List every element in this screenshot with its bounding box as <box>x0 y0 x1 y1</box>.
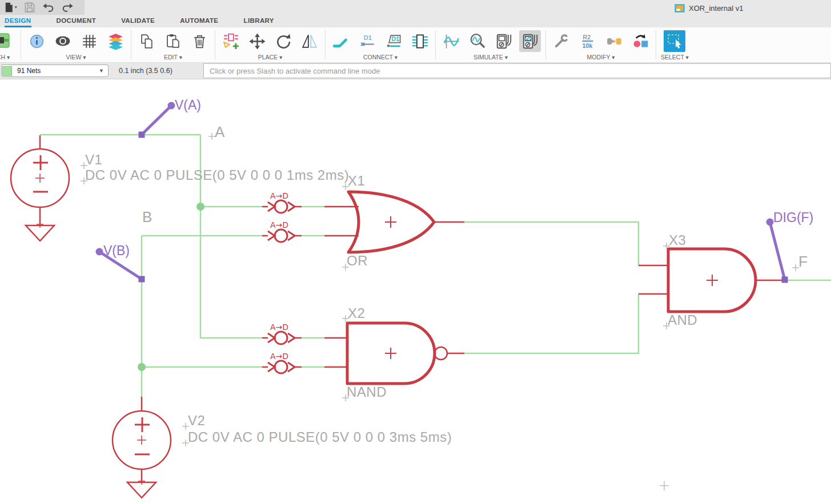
redo-button[interactable] <box>61 1 74 14</box>
part-ref-v2[interactable]: V2 <box>188 413 205 428</box>
tab-validate[interactable]: VALIDATE <box>121 17 155 27</box>
part-v1-source[interactable] <box>11 135 69 241</box>
wire-or-output[interactable] <box>464 222 639 265</box>
svg-text:10k: 10k <box>582 42 592 49</box>
nets-color-chip <box>2 66 12 76</box>
document-tab[interactable]: XOR_internal v1 <box>675 4 743 13</box>
signal-icon <box>443 33 460 50</box>
replace-button[interactable] <box>629 30 651 52</box>
gnd-symbol[interactable] <box>26 225 54 241</box>
part-ref-x1[interactable]: X1 <box>348 173 365 188</box>
signal-button[interactable] <box>440 30 462 52</box>
part-ref-v1[interactable]: V1 <box>85 152 102 167</box>
adc-converter-3[interactable]: A→D <box>262 322 302 344</box>
eye-icon <box>55 33 71 49</box>
command-line-input[interactable] <box>203 63 831 78</box>
grid-button[interactable] <box>78 30 100 52</box>
rotate-icon <box>275 33 291 49</box>
place-component-button[interactable] <box>220 30 242 52</box>
place-component-icon <box>223 33 239 50</box>
grid-readout: 0.1 inch (3.5 0.6) <box>119 63 172 79</box>
part-value-v2[interactable]: DC 0V AC 0 PULSE(0 5V 0 0 0 3ms 5ms) <box>188 429 452 445</box>
group-view-label[interactable]: VIEW ▾ <box>66 54 86 61</box>
layers-button[interactable] <box>105 30 126 52</box>
part-ref-x3[interactable]: X3 <box>669 232 686 248</box>
grid-icon <box>82 34 97 49</box>
schematic-canvas[interactable]: V1 DC 0V AC 0 PULSE(0 5V 0 0 0 1ms 2ms) … <box>0 79 831 504</box>
group-place-label[interactable]: PLACE ▾ <box>258 54 283 61</box>
gnd-symbol[interactable] <box>127 482 156 498</box>
group-simulate-label[interactable]: SIMULATE ▾ <box>473 54 508 61</box>
group-switch-label[interactable]: CH ▾ <box>0 54 10 61</box>
part-type-x1[interactable]: OR <box>347 253 368 268</box>
info-button[interactable] <box>26 30 47 52</box>
select-button[interactable] <box>664 30 685 52</box>
paste-button[interactable] <box>162 30 184 52</box>
probe-digf[interactable]: DIG(F) <box>766 210 814 283</box>
junction-dot[interactable] <box>196 203 204 211</box>
part-v2-source[interactable] <box>113 397 171 498</box>
part-x1-or-gate[interactable] <box>324 192 464 252</box>
group-switch: CH ▾ <box>0 27 21 62</box>
simulation-button[interactable] <box>519 30 541 52</box>
name-icon: D1 <box>386 33 402 50</box>
probe-button[interactable] <box>467 30 488 52</box>
layers-icon <box>107 33 124 50</box>
undo-button[interactable] <box>42 1 55 14</box>
file-new-button[interactable] <box>4 1 18 14</box>
net-button[interactable] <box>330 30 352 52</box>
net-label-b[interactable]: B <box>142 208 152 225</box>
group-modify-label[interactable]: MODIFY ▾ <box>587 54 615 61</box>
titlebar: XOR_internal v1 <box>0 0 831 17</box>
group-connect: D1 D1 CONNECT ▾ <box>326 27 435 62</box>
svg-text:V(A): V(A) <box>175 98 201 112</box>
adc-converter-1[interactable]: A→D <box>262 191 302 213</box>
part-x2-nand-gate[interactable] <box>324 323 464 384</box>
part-type-x2[interactable]: NAND <box>347 384 387 400</box>
group-connect-label[interactable]: CONNECT ▾ <box>363 54 398 61</box>
switch-button[interactable] <box>0 30 13 52</box>
connector-button[interactable] <box>603 30 625 52</box>
probe-vb[interactable]: V(B) <box>96 243 145 283</box>
probe-va[interactable]: V(A) <box>139 98 202 138</box>
tab-library[interactable]: LIBRARY <box>243 17 274 27</box>
adc-output-stubs[interactable] <box>302 207 324 367</box>
value-button[interactable]: R2 10k <box>577 30 599 52</box>
adc-converter-2[interactable]: A→D <box>262 220 302 242</box>
rotate-button[interactable] <box>272 30 294 52</box>
multimeter-button[interactable] <box>493 30 515 52</box>
tab-document[interactable]: DOCUMENT <box>57 17 97 27</box>
net-label-a[interactable]: A <box>215 123 225 140</box>
tab-design[interactable]: DESIGN <box>5 17 31 27</box>
group-edit-label[interactable]: EDIT ▾ <box>164 54 182 61</box>
save-button[interactable] <box>23 1 37 14</box>
junction-dot[interactable] <box>138 363 146 371</box>
copy-button[interactable] <box>136 30 158 52</box>
part-x3-and-gate[interactable] <box>639 249 782 312</box>
adc-converter-4[interactable]: A→D <box>262 352 302 373</box>
bus-button[interactable] <box>409 30 431 52</box>
file-new-icon <box>4 2 18 13</box>
svg-text:D1: D1 <box>391 35 399 42</box>
nets-dropdown-value: 91 Nets <box>17 67 99 75</box>
wire-nand-output[interactable] <box>464 294 639 353</box>
mirror-button[interactable] <box>299 30 320 52</box>
delete-button[interactable] <box>188 30 210 52</box>
net-label-f[interactable]: F <box>798 253 808 270</box>
nets-dropdown[interactable]: 91 Nets ▼ <box>1 64 109 77</box>
bus-icon <box>412 33 428 50</box>
wrench-button[interactable] <box>551 30 572 52</box>
part-ref-x2[interactable]: X2 <box>348 305 365 321</box>
svg-text:A→D: A→D <box>270 191 288 200</box>
label-button[interactable]: D1 <box>356 30 378 52</box>
tab-automate[interactable]: AUTOMATE <box>180 17 218 27</box>
mirror-icon <box>302 33 318 49</box>
ribbon-toolbar: CH ▾ <box>0 27 831 63</box>
group-select-label[interactable]: SELECT ▾ <box>661 54 689 61</box>
part-value-v1[interactable]: DC 0V AC 0 PULSE(0 5V 0 0 0 1ms 2ms) <box>85 167 349 183</box>
move-button[interactable] <box>246 30 268 52</box>
name-button[interactable]: D1 <box>383 30 404 52</box>
replace-icon <box>632 33 649 50</box>
part-type-x3[interactable]: AND <box>668 312 697 328</box>
show-hide-button[interactable] <box>52 30 74 52</box>
